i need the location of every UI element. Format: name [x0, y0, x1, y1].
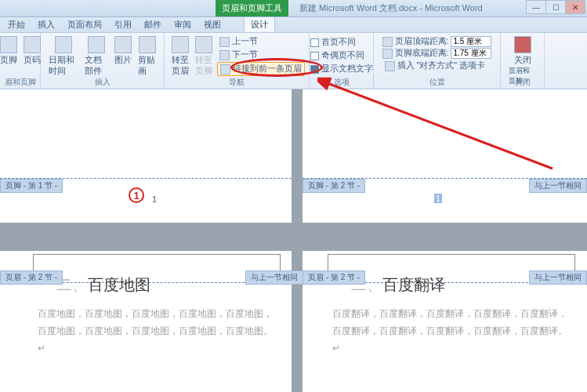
group-navigation-label: 导航 — [165, 77, 309, 88]
arrow-up-icon — [219, 37, 230, 47]
ribbon-tabs: 开始 插入 页面布局 引用 邮件 审阅 视图 设计 — [0, 17, 587, 33]
section-tag-header-right: 页眉 - 第 2 节 - — [303, 270, 365, 285]
heading-left: 二、百度地图 — [56, 274, 150, 296]
section-tag-footer-2: 页脚 - 第 2 节 - — [303, 179, 365, 193]
tab-design[interactable]: 设计 — [244, 16, 275, 32]
insert-alignment-tab-button[interactable]: 插入 "对齐方式" 选项卡 — [382, 60, 487, 72]
previous-section-button[interactable]: 上一节 — [217, 35, 260, 48]
group-header-footer-label: 眉和页脚 — [0, 77, 40, 88]
same-as-previous-tag-1: 与上一节相同 — [529, 179, 587, 193]
tab-view[interactable]: 视图 — [197, 17, 227, 32]
minimize-button[interactable]: — — [526, 0, 546, 14]
tab-icon — [385, 61, 395, 71]
document-canvas[interactable]: 页脚 - 第 1 节 - 1 页脚 - 第 2 节 - 与上一节相同 1 页眉 … — [0, 89, 587, 392]
footer-from-bottom-field[interactable]: 页脚底端距离: — [382, 48, 492, 59]
goto-footer-button[interactable]: 转至页脚 — [192, 34, 216, 78]
body-text-left: 百度地图，百度地图，百度地图，百度地图，百度地图，百度地图，百度地图，百度地图，… — [38, 305, 273, 357]
picture-icon — [114, 36, 132, 53]
group-close-label: 关闭 — [501, 77, 544, 88]
header-from-top-field[interactable]: 页眉顶端距离: — [382, 36, 492, 47]
link-icon — [220, 64, 230, 74]
goto-header-icon — [172, 36, 189, 53]
tab-references[interactable]: 引用 — [108, 17, 138, 32]
goto-footer-icon — [195, 36, 212, 53]
ruler-top-icon — [382, 37, 393, 47]
clipart-icon — [139, 36, 156, 53]
page-number-button[interactable]: 页码 — [20, 34, 44, 67]
picture-button[interactable]: 图片 — [111, 34, 135, 78]
group-options-label: 选项 — [310, 77, 373, 88]
tab-page-layout[interactable]: 页面布局 — [61, 17, 108, 32]
same-as-previous-tag-right: 与上一节相同 — [529, 270, 587, 285]
footer-button[interactable]: 页脚 — [0, 34, 20, 67]
show-document-text-checkbox[interactable]: 显示文档文字 — [308, 63, 375, 75]
tab-insert[interactable]: 插入 — [31, 17, 61, 32]
parts-icon — [88, 36, 105, 53]
annotation-step-1: 1 — [129, 187, 144, 203]
page-number-icon — [24, 36, 41, 53]
document-title: 新建 Microsoft Word 文档.docx - Microsoft Wo… — [299, 2, 483, 14]
ruler-bottom-icon — [382, 49, 393, 59]
ribbon: 页脚 页码 眉和页脚 日期和时间 文档部件 图片 — [0, 33, 587, 89]
tab-review[interactable]: 审阅 — [168, 17, 197, 32]
group-insert-label: 插入 — [41, 77, 164, 88]
date-time-button[interactable]: 日期和时间 — [45, 34, 82, 78]
same-as-previous-tag-left: 与上一节相同 — [245, 270, 303, 285]
next-section-button[interactable]: 下一节 — [217, 49, 260, 61]
body-text-right: 百度翻译，百度翻译，百度翻译，百度翻译，百度翻译，百度翻译，百度翻译，百度翻译，… — [332, 305, 567, 357]
context-tools-tab[interactable]: 页眉和页脚工具 — [216, 0, 288, 16]
calendar-icon — [55, 36, 72, 53]
goto-header-button[interactable]: 转至页眉 — [168, 34, 192, 78]
group-position-label: 位置 — [374, 77, 500, 88]
clipart-button[interactable]: 剪贴画 — [135, 34, 159, 78]
tab-home[interactable]: 开始 — [2, 17, 31, 32]
arrow-down-icon — [219, 50, 230, 60]
link-to-previous-button[interactable]: 链接到前一条页眉 — [217, 62, 305, 76]
header-distance-input[interactable] — [451, 36, 491, 47]
close-icon — [514, 36, 531, 53]
maximize-button[interactable]: ☐ — [545, 0, 566, 14]
footer-distance-input[interactable] — [451, 48, 491, 59]
footer-icon — [0, 36, 17, 53]
section-tag-header-left: 页眉 - 第 2 节 - — [0, 270, 63, 285]
page-number-1: 1 — [152, 194, 157, 204]
tab-mailings[interactable]: 邮件 — [138, 17, 168, 32]
quick-parts-button[interactable]: 文档部件 — [82, 34, 111, 78]
close-window-button[interactable]: ✕ — [565, 0, 585, 14]
different-odd-even-checkbox[interactable]: 奇偶页不同 — [308, 49, 367, 62]
page-number-2[interactable]: 1 — [434, 194, 442, 203]
different-first-page-checkbox[interactable]: 首页不同 — [308, 36, 358, 49]
section-tag-footer-1: 页脚 - 第 1 节 - — [0, 179, 63, 193]
